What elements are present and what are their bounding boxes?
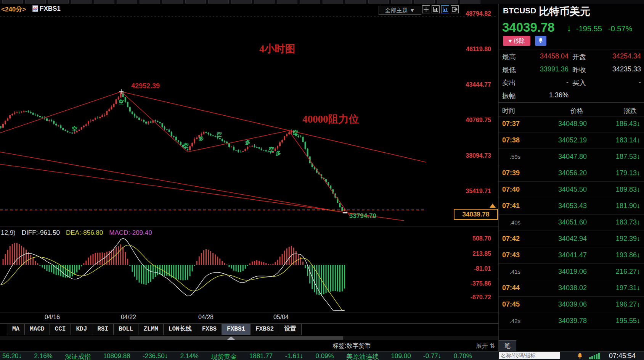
last-price: 34039.78 [502,20,555,35]
ticker-item: -0.77↓ [423,352,441,360]
divider [499,102,644,103]
tab-lon长线[interactable]: LON长线 [164,324,197,335]
macd-axis-label: -375.86 [427,280,491,287]
tab-fxbs[interactable]: FXBS [197,324,222,335]
axis-chart-icon[interactable] [432,5,440,13]
tick-time: .42s [502,318,520,324]
toolbar-button[interactable] [323,0,343,4]
toolbar-button[interactable] [185,0,206,4]
stat-row: 振幅1.36% [499,89,644,102]
toolbar-button[interactable] [2,0,23,4]
remove-button[interactable]: ♥ 移除 [503,36,530,46]
stat-label: 最低 [502,65,516,74]
toolbar-button[interactable] [162,0,183,4]
symbol-tab-label[interactable]: FXBS1 [40,5,61,13]
date-axis-label: 04/22 [115,314,142,321]
toolbar-button[interactable] [368,0,389,4]
tab-fxbs1[interactable]: FXBS1 [222,324,251,335]
stat-label: 买入 [572,78,586,87]
tick-time: 07:44 [502,284,520,292]
tick-row: .41s34019.06216.27↓ [499,264,644,280]
tick-price: 34045.50 [558,186,587,194]
ticker-item: 56.20↓ [2,352,22,360]
tick-row: 07:4434038.02197.31↓ [499,280,644,297]
tick-table-header: 时间 价格 涨跌 [499,104,644,116]
tick-row: 07:3734048.90186.43↓ [499,116,644,132]
stat-label: 开盘 [572,52,586,61]
toolbar-button[interactable] [414,0,435,4]
tick-time: 07:43 [502,251,520,259]
chart-annotation: 4小时图 [259,42,296,56]
tick-change: 195.55↓ [616,317,640,325]
main-chart-canvas[interactable]: 空空空多空多空多空 [0,0,498,360]
tick-change: 183.73↓ [616,218,640,226]
toolbar-button[interactable] [231,0,252,4]
interval-label: <240分> [1,5,26,14]
toolbar-button[interactable] [300,0,320,4]
toolbar-button[interactable] [345,0,366,4]
collapse-triangle-icon[interactable] [227,336,235,340]
toolbar-button[interactable] [208,0,229,4]
col-time: 时间 [502,107,515,115]
exit-icon[interactable] [451,5,459,13]
theme-selector-dropdown[interactable]: 全部主题 ▼ [379,6,421,15]
move-icon[interactable] [422,5,430,13]
heart-icon: ♥ [508,37,512,44]
macd-params: 12,9) [1,229,16,237]
toolbar-button[interactable] [117,0,137,4]
tab-boll[interactable]: BOLL [114,324,138,335]
toolbar-button[interactable] [437,0,458,4]
toolbar-button[interactable] [48,0,69,4]
axis-chart-active-icon[interactable] [441,5,449,13]
toolbar-button[interactable] [25,0,46,4]
tick-row: 07:4234042.94192.39↓ [499,231,644,247]
toolbar-button[interactable] [71,0,92,4]
tick-change: 196.27↓ [616,300,640,308]
tick-change: 181.90↓ [616,202,640,210]
alert-button[interactable] [535,36,546,46]
macd-histogram [3,243,345,295]
tab-ma[interactable]: MA [7,324,25,335]
tick-table: 07:3734048.90186.43↓07:3834052.19183.14↓… [499,116,644,329]
clock: 07:45:54 [609,352,636,360]
stat-label: 振幅 [502,91,516,100]
toolbar-button[interactable] [140,0,160,4]
alert-bell-icon[interactable] [577,352,583,360]
ticker-item: -236.50↓ [143,352,168,360]
tab-macd[interactable]: MACD [25,324,50,335]
col-price: 价格 [570,107,583,115]
tick-price: 34041.47 [558,251,587,259]
tick-time: 07:38 [502,136,520,144]
search-input[interactable] [499,352,560,359]
tick-change: 197.31↓ [616,284,640,292]
chart-annotation: 42952.39 [131,82,160,90]
chart-scrollbar-handle[interactable] [130,336,343,340]
tab-zlmm[interactable]: ZLMM [138,324,163,335]
tick-price: 34038.02 [558,284,587,292]
tab-fxbs2[interactable]: FXBS2 [251,324,279,335]
macd-axis-label: -670.72 [427,294,491,301]
tick-change: 183.14↓ [616,136,640,144]
stat-value: 34458.04 [540,52,569,60]
tick-row: 07:4534039.06196.27↓ [499,297,644,313]
tick-price: 34039.06 [558,300,587,308]
tab-rsi[interactable]: RSI [92,324,114,335]
remove-button-label: 移除 [514,37,525,44]
tab-pen[interactable]: 笔 [499,340,516,351]
tab-设置[interactable]: 设置 [279,324,302,335]
tick-row: 07:4034045.50189.83↓ [499,182,644,198]
tab-cci[interactable]: CCI [50,324,71,335]
expand-toggle[interactable]: 展开 ⇅ [476,342,495,350]
stat-row: 卖出-买入- [499,76,644,89]
stat-value: - [639,78,641,86]
status-bar: 56.20↓2.16%深证成指10809.88-236.50↓2.14%现货黄金… [0,351,644,360]
toolbar-button[interactable] [277,0,297,4]
price-axis-label: 40769.75 [427,117,491,124]
signal-marker: 空 [119,99,124,105]
toolbar-button[interactable] [94,0,114,4]
ticker-item: 2.14% [180,352,199,360]
toolbar-button[interactable] [254,0,275,4]
toolbar-button[interactable] [460,0,480,4]
toolbar-button[interactable] [391,0,412,4]
tab-kdj[interactable]: KDJ [71,324,92,335]
